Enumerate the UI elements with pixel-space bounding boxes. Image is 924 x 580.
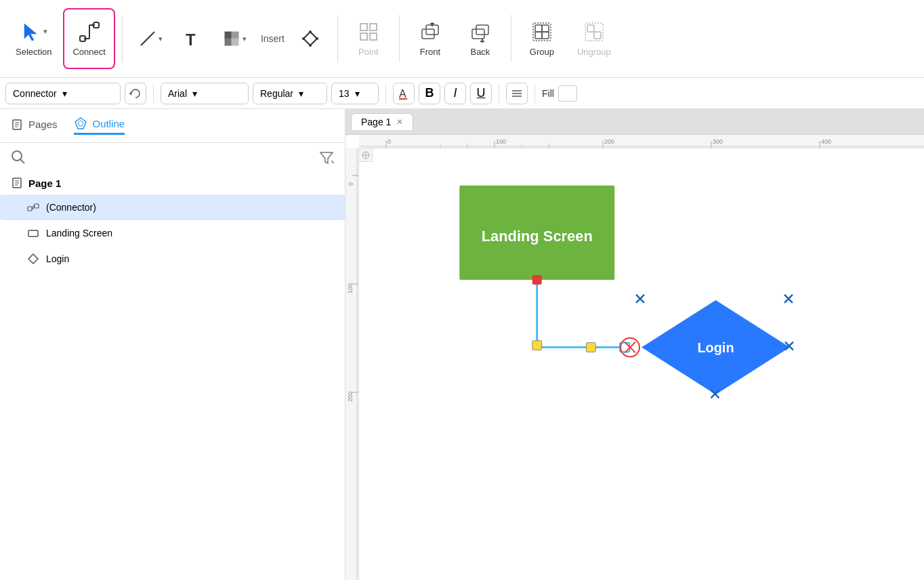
front-label: Front: [420, 47, 440, 57]
svg-point-16: [309, 44, 312, 47]
svg-line-51: [20, 159, 24, 163]
ruler-h-svg: 0 100 200 300 400: [359, 135, 924, 148]
svg-rect-32: [542, 25, 549, 32]
connector-start-dot: [532, 275, 542, 285]
canvas-svg[interactable]: Landing Screen Login: [359, 148, 924, 580]
font-select[interactable]: Arial ▾: [161, 83, 249, 104]
login-tree-label: Login: [46, 253, 69, 264]
ungroup-tool[interactable]: Ungroup: [568, 8, 620, 69]
list-btn[interactable]: [506, 83, 528, 104]
font-color-icon: A: [398, 87, 410, 100]
landing-screen-tree-label: Landing Screen: [46, 228, 112, 239]
connector-mid-dot: [532, 341, 542, 350]
svg-marker-48: [75, 118, 86, 129]
svg-marker-49: [78, 121, 83, 126]
shape-tool[interactable]: ▾: [213, 8, 255, 69]
svg-text:100: 100: [496, 138, 506, 145]
point-tool[interactable]: Point: [345, 8, 392, 69]
line-tool[interactable]: ▾: [129, 8, 171, 69]
pages-tab[interactable]: Pages: [11, 119, 58, 133]
font-color-btn[interactable]: A: [393, 83, 415, 104]
sep4: [511, 15, 511, 62]
panel-tabs: Pages Outline: [0, 109, 345, 143]
canvas-content[interactable]: 0 100 200 300 400: [345, 135, 924, 580]
page1-canvas-tab[interactable]: Page 1 ✕: [351, 113, 413, 130]
tree-login[interactable]: Login: [0, 246, 345, 272]
connector-h-mid-dot: [586, 343, 595, 352]
svg-text:200: 200: [347, 392, 354, 402]
front-tool[interactable]: Front: [406, 8, 454, 69]
font-arrow: ▾: [192, 88, 197, 99]
group-tool[interactable]: Group: [518, 8, 566, 69]
svg-rect-26: [472, 29, 484, 39]
underline-label: U: [477, 86, 486, 100]
bold-btn[interactable]: B: [419, 83, 440, 104]
selection-icon-group: ▾: [20, 21, 47, 43]
text-icon: T: [183, 29, 202, 48]
svg-rect-19: [370, 24, 377, 30]
fill-color-box[interactable]: [558, 85, 577, 102]
bold-label: B: [425, 86, 434, 100]
line-icon-group: ▾: [138, 29, 163, 48]
style-label: Connector: [13, 88, 57, 99]
page-icon: [11, 177, 23, 189]
line-icon: [138, 29, 157, 48]
corner-icon: [359, 148, 373, 162]
italic-label: I: [453, 86, 457, 100]
front-icon: [419, 21, 441, 43]
filter-icon[interactable]: [319, 150, 334, 165]
connector-line[interactable]: [537, 280, 628, 348]
sep7: [499, 84, 499, 103]
italic-btn[interactable]: I: [444, 83, 466, 104]
svg-point-50: [12, 151, 22, 161]
outline-tab[interactable]: Outline: [74, 117, 125, 135]
search-icon[interactable]: [11, 150, 26, 165]
connect-icon: [79, 21, 100, 43]
landing-screen-label: Landing Screen: [482, 228, 593, 245]
svg-rect-11: [232, 32, 238, 39]
svg-line-8: [141, 32, 154, 45]
tree-page1[interactable]: Page 1: [0, 171, 345, 194]
fill-label: Fill: [542, 88, 554, 99]
style-select[interactable]: Connector ▾: [5, 83, 121, 104]
shape-icon-group: ▾: [222, 29, 247, 48]
text-tool[interactable]: T: [174, 8, 211, 69]
svg-marker-61: [28, 254, 38, 264]
svg-rect-58: [28, 207, 32, 211]
connect-tool[interactable]: Connect: [63, 8, 114, 69]
style-arrow: ▾: [62, 88, 67, 99]
svg-text:0: 0: [387, 138, 391, 145]
point-icon: [358, 21, 379, 43]
svg-rect-33: [535, 32, 542, 39]
landing-screen-tree-icon: [27, 227, 39, 239]
svg-text:0: 0: [348, 182, 354, 186]
selection-tool[interactable]: ▾ Selection: [7, 8, 60, 69]
back-tool[interactable]: Back: [457, 8, 504, 69]
point-label: Point: [358, 47, 379, 57]
back-icon: [469, 21, 491, 43]
shape-arrow: ▾: [243, 35, 247, 43]
svg-text:100: 100: [347, 283, 354, 293]
back-label: Back: [470, 47, 490, 57]
svg-marker-0: [24, 24, 37, 41]
weight-select[interactable]: Regular ▾: [253, 83, 327, 104]
canvas-tab-close[interactable]: ✕: [396, 117, 403, 127]
selection-icon: [20, 21, 42, 43]
svg-rect-13: [232, 39, 238, 45]
outline-tree: Page 1 (Connector) Landing Screen: [0, 171, 345, 272]
canvas-area: Page 1 ✕ 0: [345, 109, 924, 580]
svg-rect-60: [28, 230, 38, 236]
login-label: Login: [697, 340, 734, 355]
outline-tab-label: Outline: [93, 118, 125, 129]
reset-btn[interactable]: [125, 83, 146, 104]
size-arrow: ▾: [355, 88, 360, 99]
underline-btn[interactable]: U: [470, 83, 492, 104]
ungroup-icon: [583, 21, 605, 43]
insert-label: Insert: [261, 33, 285, 44]
canvas-tabs: Page 1 ✕: [345, 109, 924, 135]
size-select[interactable]: 13 ▾: [331, 83, 379, 104]
pen-tool[interactable]: [290, 8, 331, 69]
tree-landing-screen[interactable]: Landing Screen: [0, 220, 345, 246]
tree-connector[interactable]: (Connector): [0, 194, 345, 220]
panel-search-row: [0, 143, 345, 171]
